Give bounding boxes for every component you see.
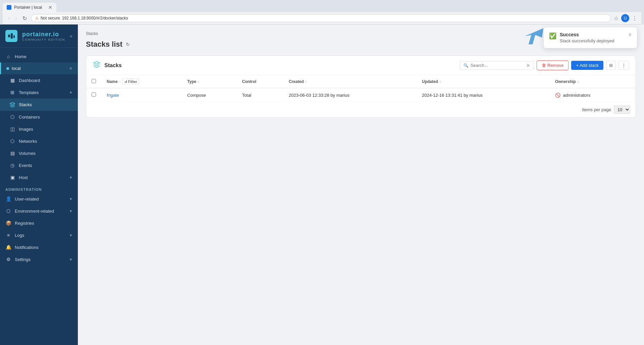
stacks-icon xyxy=(9,102,15,107)
sidebar-item-images[interactable]: ◫ Images xyxy=(0,123,78,135)
sidebar-item-stacks[interactable]: Stacks xyxy=(0,98,78,111)
sidebar-item-events[interactable]: ◷ Events xyxy=(0,159,78,171)
sidebar-item-environment-related[interactable]: ⬡ Environment-related ▼ xyxy=(0,205,78,217)
env-close-button[interactable]: ✕ xyxy=(69,66,72,71)
sort-down-icon: ↓ xyxy=(119,80,121,83)
host-arrow-icon: ▼ xyxy=(69,176,72,179)
table-body: frigate Compose Total 2023-06-03 12:33:2… xyxy=(86,88,636,102)
card-title: Stacks xyxy=(104,62,456,69)
sidebar-item-environment-related-label: Environment-related xyxy=(15,209,54,214)
sidebar-item-volumes-label: Volumes xyxy=(19,151,36,156)
search-input[interactable] xyxy=(470,63,524,68)
bookmark-icon[interactable]: ☆ xyxy=(614,15,618,21)
reload-button[interactable]: ↻ xyxy=(21,14,28,22)
svg-rect-0 xyxy=(8,35,10,37)
sidebar-item-registries-label: Registries xyxy=(15,221,34,226)
home-icon: ⌂ xyxy=(5,54,11,59)
environment-related-arrow-icon: ▼ xyxy=(69,209,72,213)
th-name[interactable]: Name ↓ ⊿ Filter xyxy=(101,75,182,88)
refresh-button[interactable]: ↻ xyxy=(126,42,130,47)
pagination-bar: Items per page 10 25 50 xyxy=(86,102,636,117)
card-header: Stacks 🔍 ✕ 🗑 Remove + Add stack ⊞ xyxy=(86,56,636,75)
tab-favicon xyxy=(7,5,11,10)
toast-message: Stack successfully deployed xyxy=(560,38,624,43)
sidebar-item-logs[interactable]: ≡ Logs ▼ xyxy=(0,229,78,241)
browser-tabs: Portainer | local ✕ xyxy=(3,3,641,12)
more-options-button[interactable]: ⋮ xyxy=(618,61,629,70)
logo-icon xyxy=(5,30,17,42)
sidebar-item-dashboard[interactable]: ▦ Dashboard xyxy=(0,74,78,86)
sidebar-item-home[interactable]: ⌂ Home xyxy=(0,50,78,62)
toast-title: Success xyxy=(560,32,624,37)
row-checkbox[interactable] xyxy=(92,92,96,97)
arrow-pointer xyxy=(516,20,543,48)
profile-icon[interactable]: U xyxy=(621,14,629,22)
sidebar-item-home-label: Home xyxy=(15,54,27,59)
browser-tab[interactable]: Portainer | local ✕ xyxy=(3,3,56,12)
remove-label: Remove xyxy=(547,63,563,68)
row-type-cell: Compose xyxy=(182,88,237,102)
logs-icon: ≡ xyxy=(5,232,11,238)
browser-chrome: Portainer | local ✕ ‹ › ↻ ⚠ Not secure 1… xyxy=(0,0,644,25)
sidebar-item-volumes[interactable]: ▤ Volumes xyxy=(0,147,78,159)
row-created-cell: 2023-06-03 12:33:28 by marius xyxy=(284,88,417,102)
menu-icon[interactable]: ⋮ xyxy=(632,15,637,21)
tab-close-button[interactable]: ✕ xyxy=(48,5,52,10)
sidebar-item-dashboard-label: Dashboard xyxy=(19,78,40,83)
row-checkbox-cell[interactable] xyxy=(86,88,101,102)
search-icon: 🔍 xyxy=(463,63,468,68)
sidebar-item-events-label: Events xyxy=(19,163,32,168)
filter-button[interactable]: ⊿ Filter xyxy=(122,79,139,84)
forward-button[interactable]: › xyxy=(14,14,18,22)
toast-success-icon: ✅ xyxy=(549,32,556,40)
sidebar-item-registries[interactable]: 📦 Registries xyxy=(0,217,78,229)
volumes-icon: ▤ xyxy=(9,150,15,156)
items-per-page-label: Items per page xyxy=(582,107,611,112)
items-per-page-select[interactable]: 10 25 50 xyxy=(614,105,630,114)
sidebar-item-notifications[interactable]: 🔔 Notifications xyxy=(0,241,78,253)
type-sort-icon: ↕ xyxy=(198,80,199,83)
toast-content: Success Stack successfully deployed xyxy=(560,32,624,43)
sidebar-item-containers-label: Containers xyxy=(19,115,40,120)
settings-icon: ⚙ xyxy=(5,257,11,262)
env-name-label: local xyxy=(12,66,69,71)
sidebar-item-networks-label: Networks xyxy=(19,139,37,144)
sidebar-item-settings[interactable]: ⚙ Settings ▼ xyxy=(0,253,78,265)
view-toggle-button[interactable]: ⊞ xyxy=(606,61,616,70)
th-updated[interactable]: Updated ↕ xyxy=(416,75,550,88)
host-icon: ▣ xyxy=(9,175,15,180)
stack-name-link[interactable]: frigate xyxy=(107,93,119,98)
address-text: 192.168.1.18:9000/#/2/docker/stacks xyxy=(62,16,128,20)
sidebar-item-user-related[interactable]: 👤 User-related ▼ xyxy=(0,193,78,205)
sidebar-item-templates[interactable]: ⊞ Templates ▼ xyxy=(0,86,78,98)
add-stack-button[interactable]: + Add stack xyxy=(571,61,603,70)
select-all-checkbox[interactable] xyxy=(92,79,96,83)
sidebar-item-containers[interactable]: ⬡ Containers xyxy=(0,111,78,123)
sidebar-item-templates-label: Templates xyxy=(19,90,39,95)
search-clear-button[interactable]: ✕ xyxy=(526,63,530,68)
sidebar-item-networks[interactable]: ⬡ Networks xyxy=(0,135,78,147)
th-ownership[interactable]: Ownership ↕ xyxy=(550,75,636,88)
stacks-header-icon xyxy=(93,61,100,70)
sidebar-collapse-button[interactable]: « xyxy=(70,33,72,39)
back-button[interactable]: ‹ xyxy=(7,14,11,22)
search-box[interactable]: 🔍 ✕ xyxy=(460,61,534,70)
toast-close-button[interactable]: × xyxy=(629,32,632,38)
user-related-arrow-icon: ▼ xyxy=(69,197,72,201)
th-type-label: Type xyxy=(187,79,196,84)
created-sort-icon: ↕ xyxy=(305,80,307,83)
notifications-icon: 🔔 xyxy=(5,245,11,250)
row-updated-cell: 2024-12-16 13:31:41 by marius xyxy=(416,88,550,102)
remove-button[interactable]: 🗑 Remove xyxy=(537,60,568,70)
sidebar-env-local[interactable]: local ✕ xyxy=(0,62,78,74)
sidebar-item-host[interactable]: ▣ Host ▼ xyxy=(0,171,78,183)
sidebar-item-host-label: Host xyxy=(19,175,28,180)
table-header: Name ↓ ⊿ Filter Type ↕ xyxy=(86,75,636,88)
th-type[interactable]: Type ↕ xyxy=(182,75,237,88)
row-control-cell: Total xyxy=(237,88,283,102)
th-created[interactable]: Created ↕ xyxy=(284,75,417,88)
containers-icon: ⬡ xyxy=(9,114,15,120)
app-layout: portainer.io Community Edition « ⌂ Home … xyxy=(0,25,644,345)
templates-icon: ⊞ xyxy=(9,90,15,95)
tab-title: Portainer | local xyxy=(14,5,42,10)
